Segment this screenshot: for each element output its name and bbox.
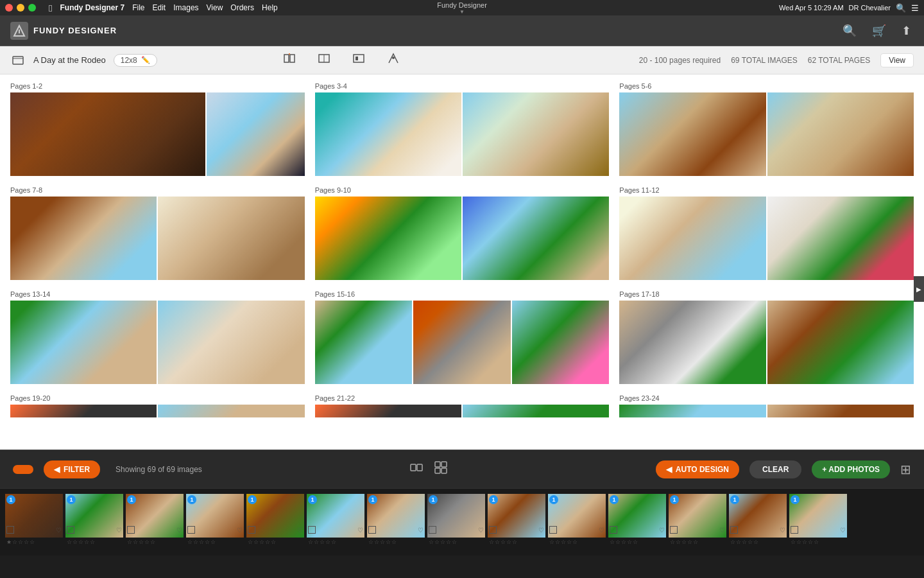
spread-photos[interactable] [315, 92, 610, 176]
strip-photo-2[interactable]: 1 ☆☆☆☆☆ ♡ [65, 494, 123, 545]
menu-view[interactable]: View [207, 3, 223, 12]
menu-app-name[interactable]: Fundy Designer 7 [60, 3, 124, 12]
menu-images[interactable]: Images [173, 3, 198, 12]
strip-checkbox[interactable] [791, 526, 798, 534]
spread-photos[interactable] [619, 197, 914, 280]
svg-rect-4 [284, 55, 289, 62]
export-button[interactable]: ⬆ [899, 21, 914, 40]
cart-button[interactable]: 🛒 [869, 21, 889, 40]
strip-photo-3[interactable]: 1 ☆☆☆☆☆ ♡ [126, 494, 184, 545]
strip-photo-14[interactable]: 1 ☆☆☆☆☆ ♡ [789, 494, 847, 545]
window-title: Fundy Designer ▼ [437, 1, 487, 15]
menu-file[interactable]: File [132, 3, 144, 12]
strip-photo-9[interactable]: 1 ☆☆☆☆☆ ♡ [488, 494, 545, 545]
strip-checkbox[interactable] [730, 526, 738, 534]
strip-photo-6[interactable]: 1 ☆☆☆☆☆ ♡ [307, 494, 364, 545]
spread-photos[interactable] [315, 405, 610, 417]
spread-photos[interactable] [619, 92, 914, 176]
spread-photos[interactable] [10, 92, 305, 176]
clear-button[interactable]: CLEAR [749, 460, 801, 478]
strip-checkbox[interactable] [549, 526, 557, 534]
menu-bar:  Fundy Designer 7 File Edit Images View… [0, 0, 924, 15]
sort-button[interactable] [13, 465, 33, 474]
view-button[interactable]: View [880, 53, 914, 67]
strip-heart[interactable]: ♡ [357, 527, 363, 534]
apple-menu[interactable]:  [49, 3, 52, 13]
strip-heart[interactable]: ♡ [176, 527, 182, 534]
strip-stars: ★☆☆☆☆ [5, 539, 63, 545]
strip-stars: ☆☆☆☆☆ [669, 539, 726, 545]
strip-photo-7[interactable]: 1 ☆☆☆☆☆ ♡ [367, 494, 425, 545]
strip-checkbox[interactable] [67, 526, 74, 534]
strip-checkbox[interactable] [670, 526, 678, 534]
spread-photos[interactable] [619, 301, 914, 384]
strip-heart[interactable]: ♡ [659, 527, 665, 534]
strip-stars: ☆☆☆☆☆ [729, 539, 787, 545]
project-toolbar: A Day at the Rodeo 12x8 ✏️ 20 - 100 page… [0, 46, 924, 74]
spread-photos[interactable] [315, 301, 610, 384]
strip-checkbox[interactable] [308, 526, 316, 534]
strip-photo-8[interactable]: 1 ☆☆☆☆☆ ♡ [427, 494, 485, 545]
strip-badge: 1 [489, 495, 498, 504]
spread-pages-3-4: Pages 3-4 [315, 82, 610, 176]
spread-photos[interactable] [10, 197, 305, 280]
spread-label: Pages 3-4 [315, 82, 610, 90]
maximize-btn[interactable] [28, 4, 36, 12]
filter-button[interactable]: ◀ FILTER [44, 460, 100, 478]
strip-heart[interactable]: ♡ [840, 527, 846, 534]
strip-photo-1[interactable]: 1 ★☆☆☆☆ ♡ [5, 494, 63, 545]
strip-heart[interactable]: ♡ [599, 527, 604, 534]
strip-checkbox[interactable] [248, 526, 255, 534]
strip-badge: 1 [187, 495, 196, 504]
strip-checkbox[interactable] [610, 526, 617, 534]
spread-photos[interactable] [10, 405, 305, 417]
strip-heart[interactable]: ♡ [418, 527, 424, 534]
strip-photo-12[interactable]: 1 ☆☆☆☆☆ ♡ [669, 494, 726, 545]
strip-photo-10[interactable]: 1 ☆☆☆☆☆ ♡ [548, 494, 606, 545]
spread-pages-17-18: Pages 17-18 [619, 290, 914, 384]
size-badge[interactable]: 12x8 ✏️ [114, 54, 157, 67]
strip-heart[interactable]: ♡ [56, 527, 62, 534]
strip-view-button[interactable] [409, 460, 424, 478]
menu-orders[interactable]: Orders [230, 3, 254, 12]
search-button[interactable]: 🔍 [840, 21, 859, 40]
strip-badge: 1 [248, 495, 257, 504]
strip-checkbox[interactable] [429, 526, 436, 534]
add-photos-button[interactable]: + ADD PHOTOS [812, 460, 890, 478]
minimize-btn[interactable] [17, 4, 24, 12]
strip-heart[interactable]: ♡ [116, 527, 122, 534]
menu-edit[interactable]: Edit [153, 3, 166, 12]
strip-photo-13[interactable]: 1 ☆☆☆☆☆ ♡ [729, 494, 787, 545]
spread-photos[interactable] [619, 405, 914, 417]
layout-tool-4[interactable] [381, 49, 406, 71]
strip-checkbox[interactable] [6, 526, 14, 534]
layout-tool-2[interactable] [312, 49, 336, 71]
strip-photo-5[interactable]: 1 ☆☆☆☆☆ ♡ [246, 494, 304, 545]
grid-view-button[interactable] [434, 460, 448, 478]
strip-checkbox[interactable] [368, 526, 376, 534]
thumbnail-size-button[interactable]: ⊞ [900, 462, 911, 477]
spread-photos[interactable] [10, 301, 305, 384]
strip-heart[interactable]: ♡ [237, 527, 243, 534]
spread-photos[interactable] [315, 197, 610, 280]
strip-photo-4[interactable]: 1 ☆☆☆☆☆ ♡ [186, 494, 244, 545]
strip-checkbox[interactable] [187, 526, 195, 534]
layout-tool-1[interactable] [277, 49, 302, 71]
layout-tool-3[interactable] [346, 49, 371, 71]
spread-pages-7-8: Pages 7-8 [10, 186, 305, 280]
strip-photo-11[interactable]: 1 ☆☆☆☆☆ ♡ [608, 494, 666, 545]
strip-heart[interactable]: ♡ [297, 527, 303, 534]
main-content: Pages 1-2 Pages 3-4 Pages 5-6 Pages 7- [0, 74, 924, 450]
strip-checkbox[interactable] [489, 526, 497, 534]
auto-design-button[interactable]: ◀ AUTO DESIGN [656, 460, 739, 478]
strip-heart[interactable]: ♡ [478, 527, 484, 534]
search-menu-icon[interactable]: 🔍 [896, 3, 906, 13]
strip-heart[interactable]: ♡ [538, 527, 544, 534]
close-btn[interactable] [5, 4, 13, 12]
strip-checkbox[interactable] [127, 526, 135, 534]
svg-rect-13 [417, 464, 422, 471]
strip-stars: ☆☆☆☆☆ [789, 539, 847, 545]
strip-heart[interactable]: ♡ [780, 527, 785, 534]
strip-heart[interactable]: ♡ [719, 527, 725, 534]
menu-help[interactable]: Help [262, 3, 278, 12]
